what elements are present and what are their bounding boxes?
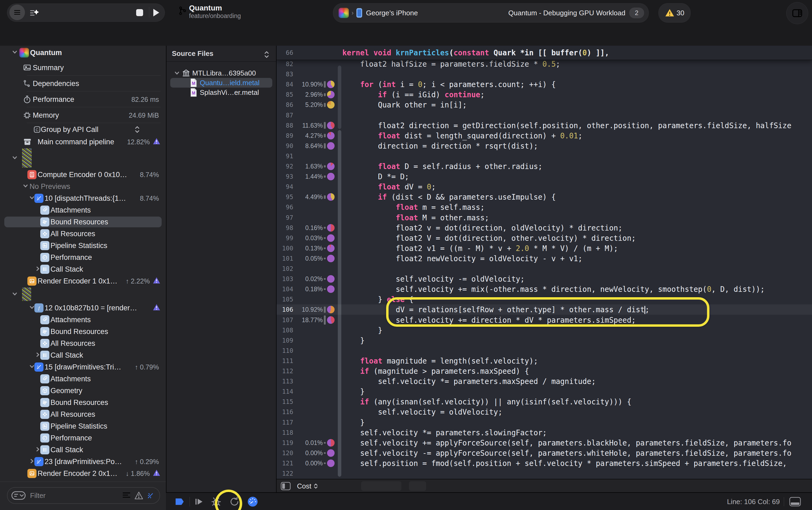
sidebar-item-bound-resources[interactable]: Bound Resources (0, 216, 166, 228)
sort-updown-icon[interactable] (264, 51, 270, 59)
sidebar-item-all-resources[interactable]: All Resources (0, 338, 166, 349)
sidebar-item-dependencies[interactable]: Dependencies (0, 76, 166, 91)
code-line-120[interactable]: 1200.00% self.velocity -= applyForceSour… (277, 448, 812, 458)
code-line-110[interactable]: 110 (277, 345, 812, 356)
filter-field[interactable]: Filter (7, 487, 160, 504)
filter-options-icon[interactable] (11, 491, 26, 500)
sidebar-item-all-resources[interactable]: All Resources (0, 408, 166, 420)
code-line-98[interactable]: 980.16% float2 v = dot(direction, oldVel… (277, 223, 812, 233)
chevron-right-icon[interactable] (29, 458, 35, 465)
code-line-103[interactable]: 1030.02% self.velocity -= oldVelocity; (277, 274, 812, 284)
source-file-quantu-ield-metal[interactable]: M Quantu…ield.metal (167, 78, 276, 88)
code-line-84[interactable]: 8410.90% for (int i = 0; i < parameters.… (277, 79, 812, 89)
scheme-status-bar[interactable]: › George’s iPhone Quantum - Debugging GP… (333, 3, 649, 23)
navigator-menu-button[interactable] (9, 5, 25, 20)
cost-selector[interactable]: Cost (297, 482, 311, 490)
sidebar-item-call-stack[interactable]: Call Stack (0, 444, 166, 456)
bottom-panel-icon[interactable] (789, 497, 801, 507)
sidebar-item-call-stack[interactable]: Call Stack (0, 349, 166, 361)
chevron-down-icon[interactable] (29, 364, 35, 371)
code-line-88[interactable]: 8811.63% float2 direction = getDirection… (277, 120, 812, 131)
sidebar-item-render-encoder-2-0x1[interactable]: Render Encoder 2 0x1…↓ 1.86% (0, 468, 166, 479)
sidebar-item-call-stack[interactable]: Call Stack (0, 263, 166, 275)
sidebar-item-attachments[interactable]: Attachments (0, 314, 166, 326)
code-line-114[interactable]: 114} (277, 387, 812, 397)
sidebar-item-10-dispatchthreads-1[interactable]: 10 [dispatchThreads:{1…8.74% (0, 192, 166, 204)
sidebar-item-render-encoder-1-0x1[interactable]: Render Encoder 1 0x1…↑ 2.22% (0, 275, 166, 287)
texture-preview-row[interactable] (0, 287, 166, 302)
code-line-117[interactable]: 117} (277, 417, 812, 427)
sidebar-item-performance[interactable]: Performance82.26 ms (0, 91, 166, 107)
code-line-115[interactable]: 115if (any(isnan(self.velocity)) || any(… (277, 397, 812, 407)
code-line-99[interactable]: 990.03% float2 V = dot(direction, other.… (277, 233, 812, 243)
continue-icon[interactable] (194, 497, 204, 506)
sidebar-item-quantum[interactable]: Quantum (0, 46, 166, 60)
code-line-113[interactable]: 113self.velocity *= parameters.maxSpeed … (277, 376, 812, 387)
code-line-109[interactable]: 109} (277, 335, 812, 345)
sidebar-item-geometry[interactable]: Geometry (0, 385, 166, 397)
code-line-111[interactable]: 111float magnitude = length(self.velocit… (277, 356, 812, 366)
dispatch-filter-icon[interactable] (146, 491, 155, 500)
source-file-mtllibra-6395a00[interactable]: MTLLibra…6395a00 (167, 68, 276, 78)
chevron-down-icon[interactable] (12, 155, 18, 162)
issues-button[interactable]: 30 (658, 3, 691, 23)
code-line-122[interactable]: 122 (277, 469, 812, 479)
code-line-83[interactable]: 83 (277, 69, 812, 79)
sidebar-item-performance[interactable]: Performance (0, 252, 166, 263)
sidebar-item-pipeline-statistics[interactable]: Pipeline Statistics (0, 420, 166, 432)
chevron-right-icon[interactable] (35, 446, 41, 453)
sidebar-item-group-by-api-call[interactable]: CGroup by API Call (0, 123, 166, 136)
sidebar-item-attachments[interactable]: Attachments (0, 204, 166, 216)
run-button[interactable] (151, 7, 161, 19)
chevron-down-icon[interactable] (12, 49, 18, 56)
sidebar-item-pipeline-statistics[interactable]: Pipeline Statistics (0, 240, 166, 252)
sidebar-item-compute-encoder-0-0x10[interactable]: Compute Encoder 0 0x10…8.74% (0, 169, 166, 180)
breakpoint-icon[interactable] (175, 498, 185, 506)
sidebar-item-12-0x10b827b10-render[interactable]: f12 0x10b827b10 = [render… (0, 302, 166, 314)
code-line-95[interactable]: 954.49% if (dist < D && parameters.useIm… (277, 192, 812, 202)
left-panel-icon[interactable] (280, 482, 291, 491)
code-line-121[interactable]: 1210.00% self.position = fmod(self.posit… (277, 458, 812, 469)
chevron-down-icon[interactable] (23, 183, 28, 190)
warning-filter-icon[interactable] (134, 491, 143, 500)
code-line-85[interactable]: 852.96% if (i == iGid) continue; (277, 89, 812, 100)
code-line-104[interactable]: 1040.18% self.velocity += mix(-other.mas… (277, 284, 812, 294)
sidebar-item-summary[interactable]: Summary (0, 60, 166, 76)
sidebar-item-bound-resources[interactable]: Bound Resources (0, 397, 166, 408)
chevron-down-icon[interactable] (12, 291, 18, 298)
code-line-116[interactable]: 116self.velocity = oldVelocity; (277, 407, 812, 417)
sidebar-item-15-drawprimitives-tri[interactable]: 15 [drawPrimitives:Tri…↑ 0.79% (0, 361, 166, 373)
chevron-down-icon[interactable] (174, 70, 180, 76)
chevron-right-icon[interactable] (35, 266, 41, 273)
code-line-89[interactable]: 894.27% float dist = length_squared(dire… (277, 131, 812, 141)
sidebar-item-23-drawprimitives-po[interactable]: 23 [drawPrimitives:Po…↑ 0.29% (0, 456, 166, 468)
code-line-97[interactable]: 97float M = other.mass; (277, 213, 812, 223)
chevron-down-icon[interactable] (29, 305, 35, 311)
code-line-90[interactable]: 908.64% direction = direction * rsqrt(di… (277, 141, 812, 151)
toggle-inspector-button[interactable] (786, 2, 808, 24)
chevron-right-icon[interactable] (35, 352, 41, 359)
code-line-93[interactable]: 931.44% D *= D; (277, 171, 812, 182)
code-line-102[interactable]: 102 (277, 263, 812, 274)
code-line-101[interactable]: 1010.05% float2 newVelocity = oldVelocit… (277, 253, 812, 263)
source-file-splashvi-er-metal[interactable]: M SplashVi…er.metal (167, 88, 276, 97)
code-line-91[interactable]: 91 (277, 151, 812, 161)
code-line-100[interactable]: 1000.13% float2 v1 = ((m - M) * v + 2.0 … (277, 243, 812, 253)
texture-thumbnail[interactable] (22, 148, 32, 168)
sidebar-item-attachments[interactable]: Attachments (0, 373, 166, 385)
compose-button[interactable] (29, 7, 39, 19)
code-editor[interactable]: 82float2 halfSize = parameters.fieldSize… (277, 46, 812, 479)
code-line-96[interactable]: 96float m = self.mass; (277, 202, 812, 212)
sidebar-item-memory[interactable]: Memory24.69 MiB (0, 107, 166, 123)
code-line-82[interactable]: 82float2 halfSize = parameters.fieldSize… (277, 59, 812, 69)
code-line-118[interactable]: 118self.velocity *= parameters.slowingFa… (277, 427, 812, 438)
texture-thumbnail[interactable] (22, 287, 31, 301)
texture-preview-row[interactable] (0, 148, 166, 169)
sidebar-item-bound-resources[interactable]: Bound Resources (0, 326, 166, 338)
sidebar-item-main-command-pipeline[interactable]: Main command pipeline12.82% (0, 136, 166, 148)
performance-gauge-icon[interactable] (247, 496, 258, 507)
code-line-86[interactable]: 865.20% Quark other = in[i]; (277, 100, 812, 110)
sidebar-item-all-resources[interactable]: All Resources (0, 228, 166, 240)
code-line-94[interactable]: 94float dV = 0; (277, 182, 812, 192)
align-filter-icon[interactable] (121, 490, 131, 501)
